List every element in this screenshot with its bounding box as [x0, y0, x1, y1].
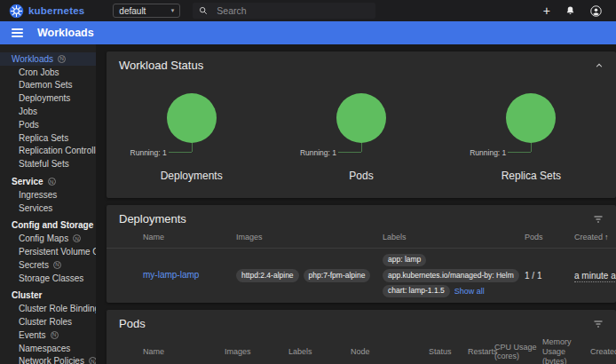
- show-all-link[interactable]: Show all: [454, 287, 485, 296]
- sidebar-item-secrets[interactable]: Secrets N: [0, 258, 96, 272]
- sidebar-item-stateful-sets[interactable]: Stateful Sets: [0, 157, 96, 170]
- namespaced-icon: N: [58, 55, 66, 63]
- menu-hamburger-icon[interactable]: [12, 28, 23, 37]
- sidebar-section-service[interactable]: Service N: [0, 175, 96, 188]
- sidebar-item-deployments[interactable]: Deployments: [0, 91, 96, 105]
- column-header-status[interactable]: Status: [426, 342, 465, 362]
- sidebar-item-daemon-sets[interactable]: Daemon Sets: [0, 79, 96, 92]
- top-app-bar: kubernetes default ▾ +: [0, 0, 616, 21]
- column-header-created[interactable]: Created↑: [588, 342, 616, 362]
- sidebar-item-cron-jobs[interactable]: Cron Jobs: [0, 66, 96, 79]
- column-header-node[interactable]: Node: [348, 342, 426, 362]
- created-timestamp: a minute ago: [574, 271, 616, 282]
- page-title: Workloads: [37, 27, 94, 39]
- pie-legend: Running: 1: [300, 148, 336, 157]
- workload-status-title: Workload Status: [119, 59, 203, 72]
- sidebar-item-namespaces[interactable]: Namespaces: [0, 342, 96, 355]
- sidebar-item-storage-classes[interactable]: Storage Classes: [0, 272, 96, 285]
- pie-running-slice: [506, 93, 556, 143]
- collapse-chevron-up-icon[interactable]: [595, 61, 604, 70]
- column-header-cpu-usage[interactable]: CPU Usage (cores): [492, 337, 540, 364]
- deployment-table-row: my-lamp-lamp httpd:2.4-alpine php:7-fpm-…: [107, 249, 616, 303]
- sidebar-section-cluster[interactable]: Cluster: [0, 289, 96, 303]
- account-user-icon[interactable]: [590, 5, 602, 17]
- sidebar-nav: Workloads N Cron Jobs Daemon Sets Deploy…: [0, 44, 96, 364]
- deployments-table-header: Name Images Labels Pods Created↑: [107, 227, 616, 249]
- replica-sets-pie-chart: Running: 1 Replica Sets: [446, 93, 616, 189]
- sidebar-item-workloads[interactable]: Workloads N: [0, 52, 96, 66]
- sidebar-item-pods[interactable]: Pods: [0, 118, 96, 131]
- filter-icon[interactable]: [593, 320, 604, 328]
- namespaced-icon: N: [73, 234, 81, 242]
- sidebar-item-persistent-volume-claims[interactable]: Persistent Volume Claims N: [0, 245, 96, 258]
- sidebar-item-cluster-role-bindings[interactable]: Cluster Role Bindings: [0, 302, 96, 315]
- sidebar-item-ingresses[interactable]: Ingresses: [0, 188, 96, 202]
- create-resource-button[interactable]: +: [543, 4, 550, 17]
- column-header-labels[interactable]: Labels: [380, 227, 522, 248]
- label-chip: app: lamp: [383, 254, 426, 266]
- app-bar: Workloads: [0, 21, 616, 44]
- pie-running-slice: [336, 93, 386, 143]
- search-icon: [199, 6, 208, 15]
- deployments-title: Deployments: [119, 212, 186, 226]
- image-chip: httpd:2.4-alpine: [236, 269, 299, 281]
- brand: kubernetes: [9, 4, 84, 19]
- column-header-images[interactable]: Images: [222, 342, 286, 362]
- sidebar-item-events[interactable]: Events N: [0, 328, 96, 342]
- main-content: Workload Status Running: 1 Deployments: [96, 44, 616, 364]
- column-header-name[interactable]: Name: [140, 342, 222, 362]
- pods-pie-chart: Running: 1 Pods: [276, 93, 446, 189]
- namespaced-icon: N: [89, 357, 96, 364]
- pie-legend: Running: 1: [470, 148, 506, 157]
- pods-title: Pods: [119, 317, 146, 330]
- column-header-pods[interactable]: Pods: [522, 227, 572, 248]
- sidebar-item-services[interactable]: Services: [0, 202, 96, 215]
- namespaced-icon: N: [48, 178, 56, 186]
- deployment-name-link[interactable]: my-lamp-lamp: [143, 270, 199, 280]
- pie-running-slice: [167, 93, 217, 143]
- label-chip: app.kubernetes.io/managed-by: Helm: [383, 269, 519, 281]
- sidebar-item-config-maps[interactable]: Config Maps N: [0, 232, 96, 245]
- column-header-memory-usage[interactable]: Memory Usage (bytes): [540, 332, 588, 364]
- chevron-down-icon: ▾: [171, 7, 175, 14]
- sort-ascending-icon: ↑: [604, 233, 609, 241]
- sidebar-item-jobs[interactable]: Jobs: [0, 105, 96, 118]
- top-actions: +: [543, 4, 616, 17]
- notifications-bell-icon[interactable]: [565, 5, 575, 16]
- column-header-labels[interactable]: Labels: [286, 342, 348, 362]
- pods-ready-count: 1 / 1: [522, 271, 572, 281]
- pie-title: Replica Sets: [446, 170, 616, 182]
- workload-status-card: Workload Status Running: 1 Deployments: [107, 51, 616, 198]
- deployments-card: Deployments Name Images Labels Pods Crea…: [107, 205, 616, 303]
- pods-card: Pods Name Images Labels Node Status Rest…: [107, 310, 616, 364]
- sidebar-section-config-and-storage[interactable]: Config and Storage: [0, 219, 96, 233]
- column-header-images[interactable]: Images: [233, 227, 380, 248]
- pie-title: Deployments: [107, 170, 276, 182]
- column-header-name[interactable]: Name: [140, 227, 233, 248]
- sidebar-item-cluster-roles[interactable]: Cluster Roles: [0, 315, 96, 328]
- namespace-select[interactable]: default ▾: [113, 4, 180, 18]
- deployments-pie-chart: Running: 1 Deployments: [107, 93, 276, 189]
- workload-charts: Running: 1 Deployments Running: 1 Pods R…: [107, 74, 616, 198]
- namespace-value: default: [119, 6, 146, 16]
- search-input[interactable]: [217, 5, 359, 16]
- sidebar-item-network-policies[interactable]: Network Policies N: [0, 355, 96, 364]
- filter-icon[interactable]: [593, 215, 604, 224]
- image-chip: php:7-fpm-alpine: [304, 269, 371, 281]
- namespaced-icon: N: [53, 261, 61, 269]
- search-bar[interactable]: [193, 3, 375, 19]
- column-header-created[interactable]: Created↑: [572, 227, 616, 248]
- sidebar-item-replica-sets[interactable]: Replica Sets: [0, 131, 96, 145]
- pie-title: Pods: [276, 170, 446, 182]
- namespaced-icon: N: [51, 331, 59, 339]
- sidebar-item-replication-controllers[interactable]: Replication Controllers: [0, 145, 96, 158]
- pods-table-header: Name Images Labels Node Status Restarts …: [107, 332, 616, 364]
- pie-legend: Running: 1: [130, 148, 167, 157]
- column-header-restarts[interactable]: Restarts: [465, 342, 492, 362]
- brand-name: kubernetes: [28, 5, 84, 16]
- kubernetes-logo-icon: [9, 4, 24, 19]
- label-chip: chart: lamp-1.1.5: [383, 285, 450, 297]
